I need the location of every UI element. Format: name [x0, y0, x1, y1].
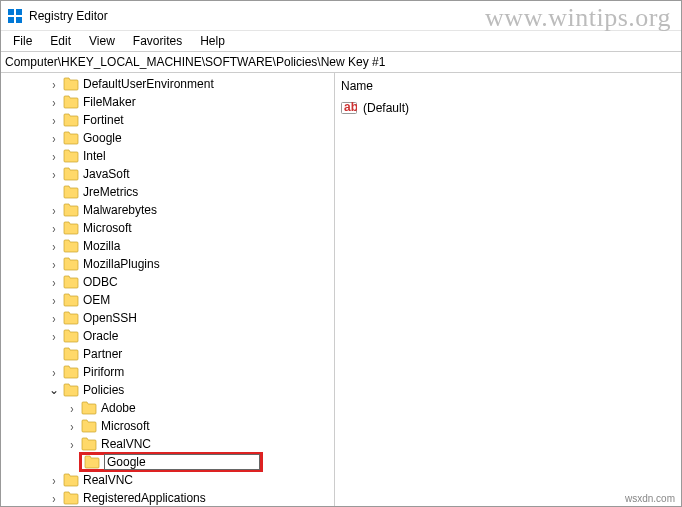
- tree-row[interactable]: ›Microsoft: [1, 417, 334, 435]
- tree-item-label: Partner: [83, 347, 122, 361]
- tree-item-label: RegisteredApplications: [83, 491, 206, 505]
- folder-icon: [81, 419, 97, 433]
- chevron-right-icon[interactable]: ›: [47, 257, 61, 270]
- chevron-down-icon[interactable]: ⌄: [47, 383, 61, 397]
- string-value-icon: ab: [341, 100, 357, 116]
- menu-view[interactable]: View: [81, 32, 123, 50]
- tree-row[interactable]: ›OpenSSH: [1, 309, 334, 327]
- tree-row[interactable]: ›Fortinet: [1, 111, 334, 129]
- tree-row[interactable]: ›RegisteredApplications: [1, 489, 334, 506]
- svg-rect-0: [8, 9, 14, 15]
- folder-icon: [63, 149, 79, 163]
- chevron-right-icon[interactable]: ›: [47, 77, 61, 90]
- folder-icon: [63, 473, 79, 487]
- tree-panel[interactable]: ›DefaultUserEnvironment›FileMaker›Fortin…: [1, 73, 335, 506]
- tree-row[interactable]: ›Adobe: [1, 399, 334, 417]
- svg-rect-3: [16, 17, 22, 23]
- tree-item-label: JavaSoft: [83, 167, 130, 181]
- chevron-right-icon[interactable]: ›: [47, 365, 61, 378]
- rename-highlight: [79, 452, 263, 472]
- chevron-right-icon[interactable]: ›: [47, 149, 61, 162]
- tree-item-label: Microsoft: [83, 221, 132, 235]
- menu-file[interactable]: File: [5, 32, 40, 50]
- tree-row[interactable]: ›FileMaker: [1, 93, 334, 111]
- chevron-right-icon[interactable]: ›: [47, 473, 61, 486]
- folder-icon: [63, 185, 79, 199]
- tree-item-label: Microsoft: [101, 419, 150, 433]
- value-row-default[interactable]: ab (Default): [341, 99, 675, 117]
- menu-help[interactable]: Help: [192, 32, 233, 50]
- content-area: ›DefaultUserEnvironment›FileMaker›Fortin…: [1, 73, 681, 506]
- address-input[interactable]: [5, 55, 677, 69]
- chevron-right-icon[interactable]: ›: [65, 437, 79, 450]
- tree-row[interactable]: ›JavaSoft: [1, 165, 334, 183]
- chevron-right-icon[interactable]: ›: [47, 221, 61, 234]
- folder-icon: [63, 95, 79, 109]
- chevron-right-icon[interactable]: ›: [47, 167, 61, 180]
- folder-icon: [63, 293, 79, 307]
- tree-row[interactable]: ›Intel: [1, 147, 334, 165]
- tree-item-label: Fortinet: [83, 113, 124, 127]
- folder-icon: [63, 131, 79, 145]
- chevron-right-icon[interactable]: ›: [47, 329, 61, 342]
- folder-icon: [63, 257, 79, 271]
- chevron-right-icon[interactable]: ›: [47, 203, 61, 216]
- folder-icon: [63, 203, 79, 217]
- tree-item-label: DefaultUserEnvironment: [83, 77, 214, 91]
- tree-row[interactable]: ›Piriform: [1, 363, 334, 381]
- folder-icon: [63, 167, 79, 181]
- tree-row[interactable]: ›Oracle: [1, 327, 334, 345]
- menu-favorites[interactable]: Favorites: [125, 32, 190, 50]
- window-title: Registry Editor: [29, 9, 108, 23]
- tree-row[interactable]: JreMetrics: [1, 183, 334, 201]
- chevron-right-icon[interactable]: ›: [47, 131, 61, 144]
- titlebar: Registry Editor: [1, 1, 681, 31]
- folder-icon: [84, 455, 100, 469]
- tree-row[interactable]: ›Microsoft: [1, 219, 334, 237]
- folder-icon: [63, 383, 79, 397]
- chevron-right-icon[interactable]: ›: [47, 311, 61, 324]
- tree-row[interactable]: Partner: [1, 345, 334, 363]
- rename-input[interactable]: [104, 454, 260, 470]
- folder-icon: [63, 113, 79, 127]
- tree-item-label: Google: [83, 131, 122, 145]
- tree-row[interactable]: ›ODBC: [1, 273, 334, 291]
- addressbar: [1, 51, 681, 73]
- column-header-name[interactable]: Name: [341, 77, 675, 99]
- tree-item-label: Malwarebytes: [83, 203, 157, 217]
- tree-row[interactable]: ›OEM: [1, 291, 334, 309]
- chevron-right-icon[interactable]: ›: [47, 275, 61, 288]
- chevron-right-icon[interactable]: ›: [47, 113, 61, 126]
- tree-item-label: ODBC: [83, 275, 118, 289]
- tree-row[interactable]: ›RealVNC: [1, 435, 334, 453]
- tree-item-label: RealVNC: [101, 437, 151, 451]
- menubar: File Edit View Favorites Help: [1, 31, 681, 51]
- tree-row[interactable]: [1, 453, 334, 471]
- chevron-right-icon[interactable]: ›: [47, 239, 61, 252]
- tree-row[interactable]: ›MozillaPlugins: [1, 255, 334, 273]
- tree-row[interactable]: ›RealVNC: [1, 471, 334, 489]
- svg-rect-2: [8, 17, 14, 23]
- tree-row[interactable]: ⌄Policies: [1, 381, 334, 399]
- folder-icon: [63, 365, 79, 379]
- tree-row[interactable]: ›Malwarebytes: [1, 201, 334, 219]
- tree-item-label: RealVNC: [83, 473, 133, 487]
- folder-icon: [63, 221, 79, 235]
- tree-item-label: Adobe: [101, 401, 136, 415]
- chevron-right-icon[interactable]: ›: [65, 401, 79, 414]
- tree-row[interactable]: ›DefaultUserEnvironment: [1, 75, 334, 93]
- chevron-right-icon[interactable]: ›: [65, 419, 79, 432]
- tree-row[interactable]: ›Mozilla: [1, 237, 334, 255]
- chevron-right-icon[interactable]: ›: [47, 491, 61, 504]
- tree-item-label: Intel: [83, 149, 106, 163]
- tree-item-label: OpenSSH: [83, 311, 137, 325]
- tree-item-label: Policies: [83, 383, 124, 397]
- tree-row[interactable]: ›Google: [1, 129, 334, 147]
- folder-icon: [63, 329, 79, 343]
- menu-edit[interactable]: Edit: [42, 32, 79, 50]
- folder-icon: [63, 77, 79, 91]
- chevron-right-icon[interactable]: ›: [47, 293, 61, 306]
- tree-item-label: Mozilla: [83, 239, 120, 253]
- folder-icon: [81, 401, 97, 415]
- chevron-right-icon[interactable]: ›: [47, 95, 61, 108]
